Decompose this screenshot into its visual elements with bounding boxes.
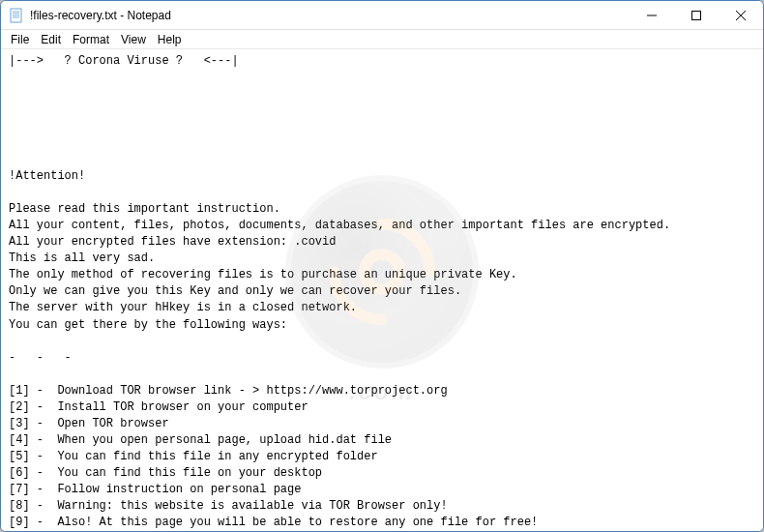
- notepad-window: !files-recovery.txt - Notepad File Edit …: [0, 0, 764, 532]
- minimize-button[interactable]: [630, 1, 674, 29]
- notepad-icon: [9, 8, 24, 23]
- svg-rect-6: [692, 11, 701, 19]
- window-title: !files-recovery.txt - Notepad: [30, 9, 630, 22]
- text-content[interactable]: |---> ? Corona Viruse ? <---| !Attention…: [1, 49, 763, 531]
- titlebar: !files-recovery.txt - Notepad: [1, 1, 763, 30]
- content-area: .com |---> ? Corona Viruse ? <---| !Atte…: [1, 49, 763, 531]
- window-controls: [630, 1, 763, 29]
- maximize-button[interactable]: [674, 1, 719, 29]
- menu-help[interactable]: Help: [152, 31, 188, 48]
- close-button[interactable]: [719, 1, 763, 29]
- menu-file[interactable]: File: [5, 31, 35, 48]
- menu-view[interactable]: View: [115, 31, 152, 48]
- menubar: File Edit Format View Help: [1, 30, 763, 49]
- menu-format[interactable]: Format: [67, 31, 115, 48]
- menu-edit[interactable]: Edit: [35, 31, 67, 48]
